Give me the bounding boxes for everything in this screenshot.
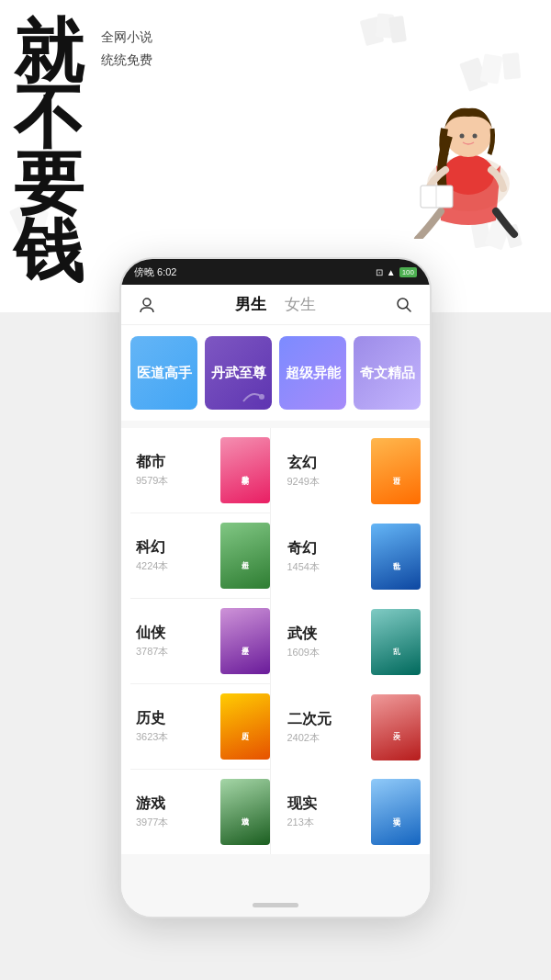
book-cover-qihuan: 乱世	[371, 524, 421, 590]
svg-point-16	[460, 134, 465, 139]
status-icons: ⊡ ▲ 100	[376, 267, 417, 277]
genre-row-2: 仙侠 3787本 厚盒 武侠 1609本 乱	[130, 599, 421, 684]
hero-small-text: 全网小说 统统免费	[101, 26, 152, 72]
genre-xianshi[interactable]: 现实 213本 现实	[271, 770, 422, 854]
book-cover-erciyuan: 二次	[371, 694, 421, 760]
genre-wuxia[interactable]: 武侠 1609本 乱	[271, 599, 422, 684]
book-cover-kehuan: 超士	[220, 523, 270, 589]
banner-chaoji[interactable]: 超级异能	[279, 336, 346, 410]
svg-point-21	[259, 394, 264, 400]
genre-erciyuan[interactable]: 二次元 2402本 二次	[271, 684, 422, 770]
nav-bar: 男生 女生	[121, 285, 430, 325]
book-cover-youxi: 游戏	[220, 779, 270, 845]
genre-kehuan[interactable]: 科幻 4224本 超士	[130, 513, 271, 599]
banner-danwu[interactable]: 丹武至尊	[205, 336, 272, 410]
status-bar: 傍晚 6:02 ⊡ ▲ 100	[121, 259, 430, 285]
genre-xuanhuan[interactable]: 玄幻 9249本 万世	[271, 428, 422, 513]
book-cover-xianshi: 现实	[371, 779, 421, 845]
wifi-icon: ▲	[387, 267, 396, 277]
genre-row-3: 历史 3623本 历史 二次元 2402本 二次	[130, 684, 421, 770]
home-indicator	[253, 903, 298, 907]
girl-illustration	[367, 37, 533, 239]
search-icon[interactable]	[393, 294, 415, 316]
genre-xianxia[interactable]: 仙侠 3787本 厚盒	[130, 599, 271, 684]
genre-row-1: 科幻 4224本 超士 奇幻 1454本 乱世	[130, 513, 421, 599]
status-time: 傍晚 6:02	[134, 265, 176, 279]
genre-lishi[interactable]: 历史 3623本 历史	[130, 684, 271, 770]
tab-male[interactable]: 男生	[235, 294, 266, 315]
genre-youxi[interactable]: 游戏 3977本 游戏	[130, 770, 271, 854]
banner-qiwen[interactable]: 奇文精品	[354, 336, 421, 410]
book-cover-dushi: 贴身高手	[220, 437, 270, 503]
genre-section: 都市 9579本 贴身高手 玄幻 9249本 万世	[121, 428, 430, 854]
hero-big-text: 就 不 要 钱	[14, 18, 84, 284]
genre-row-0: 都市 9579本 贴身高手 玄幻 9249本 万世	[130, 428, 421, 513]
book-cover-xianxia: 厚盒	[220, 608, 270, 674]
genre-dushi[interactable]: 都市 9579本 贴身高手	[130, 428, 271, 513]
banner-yidao[interactable]: 医道高手	[130, 336, 197, 410]
svg-line-20	[407, 307, 411, 311]
tab-female[interactable]: 女生	[285, 294, 316, 315]
screenshot-icon: ⊡	[376, 267, 383, 277]
main-content: 医道高手 丹武至尊 超级异能 奇文精品	[121, 325, 430, 917]
svg-point-17	[473, 134, 478, 139]
book-cover-wuxia: 乱	[371, 609, 421, 675]
phone-frame: 傍晚 6:02 ⊡ ▲ 100 男生 女生	[119, 257, 432, 918]
book-cover-xuanhuan: 万世	[371, 438, 421, 504]
book-cover-lishi: 历史	[220, 693, 270, 760]
nav-tabs: 男生 女生	[235, 294, 316, 315]
banner-section: 医道高手 丹武至尊 超级异能 奇文精品	[121, 325, 430, 421]
battery-indicator: 100	[399, 267, 417, 277]
genre-qihuan[interactable]: 奇幻 1454本 乱世	[271, 513, 422, 599]
user-icon[interactable]	[136, 294, 158, 316]
svg-point-18	[143, 299, 151, 306]
genre-row-4: 游戏 3977本 游戏 现实 213本 现实	[130, 770, 421, 854]
